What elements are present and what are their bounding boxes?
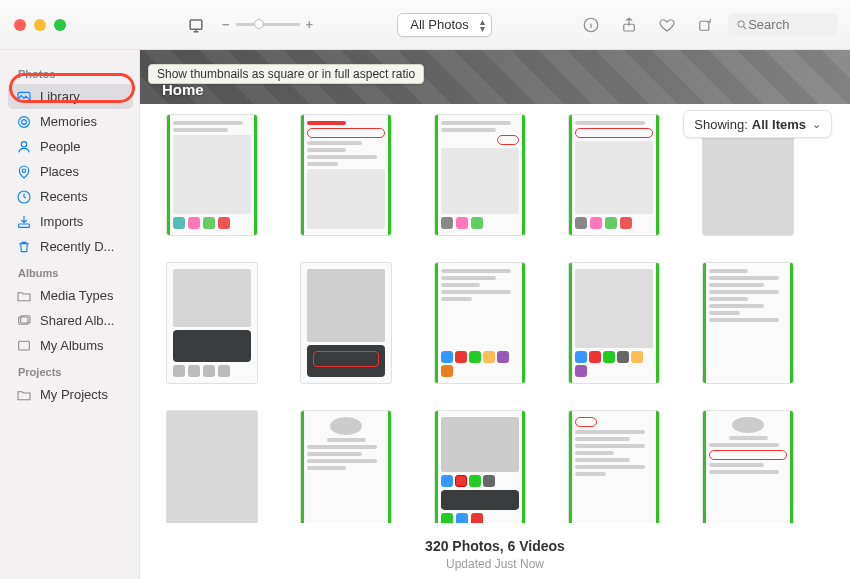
sidebar: Photos Library Memories People Places Re… [0,50,140,579]
photo-thumbnail[interactable] [568,262,660,384]
fullscreen-window-button[interactable] [54,19,66,31]
zoom-out-icon[interactable]: − [222,17,230,32]
chevron-right-icon[interactable]: 〉 [8,388,14,402]
sidebar-item-media-types[interactable]: 〉 Media Types [8,283,133,308]
sidebar-item-recents[interactable]: Recents [8,184,133,209]
aspect-ratio-button[interactable] [182,14,210,36]
svg-point-7 [19,116,30,127]
svg-rect-11 [19,224,30,227]
window-controls [14,19,66,31]
rotate-button[interactable] [690,13,720,37]
aspect-ratio-tooltip: Show thumbnails as square or in full asp… [148,64,424,84]
close-window-button[interactable] [14,19,26,31]
photo-thumbnail[interactable] [434,262,526,384]
sidebar-item-library[interactable]: Library [8,84,133,109]
svg-point-4 [738,20,744,26]
recents-icon [16,189,32,205]
chevron-right-icon[interactable]: 〉 [8,339,14,353]
sidebar-item-label: My Projects [40,387,108,402]
library-icon [16,89,32,105]
filter-prefix: Showing: [694,117,747,132]
sidebar-item-label: Library [40,89,80,104]
sidebar-item-imports[interactable]: Imports [8,209,133,234]
sidebar-item-my-projects[interactable]: 〉 My Projects [8,382,133,407]
sidebar-item-label: Shared Alb... [40,313,114,328]
folder-icon [16,288,32,304]
sidebar-item-people[interactable]: People [8,134,133,159]
svg-rect-0 [190,20,202,29]
sidebar-item-label: Imports [40,214,83,229]
photo-thumbnail[interactable] [166,114,258,236]
album-icon [16,338,32,354]
sidebar-item-label: My Albums [40,338,104,353]
sidebar-item-memories[interactable]: Memories [8,109,133,134]
updown-chevron-icon: ▴▾ [480,18,485,32]
zoom-thumb[interactable] [254,19,264,29]
photo-thumbnail[interactable] [568,114,660,236]
sidebar-item-label: People [40,139,80,154]
sidebar-item-label: Places [40,164,79,179]
zoom-slider[interactable]: − + [222,17,313,32]
sidebar-item-label: Memories [40,114,97,129]
photo-thumbnail[interactable] [166,410,258,523]
svg-point-6 [22,119,27,124]
shared-album-icon [16,313,32,329]
share-button[interactable] [614,13,644,37]
photo-thumbnail[interactable] [300,262,392,384]
filter-value: All Items [752,117,806,132]
sidebar-item-label: Recents [40,189,88,204]
svg-point-8 [21,141,26,146]
filter-chip[interactable]: Showing: All Items ⌄ [683,110,832,138]
view-popup-label: All Photos [410,17,469,32]
window-titlebar: − + All Photos ▴▾ [0,0,850,50]
memories-icon [16,114,32,130]
photo-thumbnail[interactable] [300,410,392,523]
sidebar-item-places[interactable]: Places [8,159,133,184]
thumbnail-grid-container[interactable] [140,108,850,523]
photo-thumbnail[interactable] [166,262,258,384]
search-icon [736,18,748,32]
view-popup[interactable]: All Photos ▴▾ [397,13,492,37]
sidebar-item-label: Media Types [40,288,113,303]
places-icon [16,164,32,180]
svg-point-9 [22,169,25,172]
library-footer: 320 Photos, 6 Videos Updated Just Now [140,538,850,571]
thumbnail-grid [166,114,830,523]
section-photos: Photos [18,68,133,80]
search-field[interactable] [728,13,838,37]
sidebar-item-shared-albums[interactable]: 〉 Shared Alb... [8,308,133,333]
section-albums: Albums [18,267,133,279]
people-icon [16,139,32,155]
sidebar-item-label: Recently D... [40,239,114,254]
chevron-right-icon[interactable]: 〉 [8,314,14,328]
photo-thumbnail[interactable] [702,262,794,384]
sidebar-item-my-albums[interactable]: 〉 My Albums [8,333,133,358]
search-input[interactable] [748,17,830,32]
item-count: 320 Photos, 6 Videos [140,538,850,554]
chevron-right-icon[interactable]: 〉 [8,289,14,303]
section-projects: Projects [18,366,133,378]
updated-status: Updated Just Now [140,557,850,571]
favorite-button[interactable] [652,13,682,37]
info-button[interactable] [576,13,606,37]
content-area: Home Showing: All Items ⌄ [140,50,850,579]
photo-thumbnail[interactable] [702,410,794,523]
minimize-window-button[interactable] [34,19,46,31]
trash-icon [16,239,32,255]
photo-thumbnail[interactable] [434,410,526,523]
photo-thumbnail[interactable] [434,114,526,236]
imports-icon [16,214,32,230]
zoom-track[interactable] [236,23,300,26]
zoom-in-icon[interactable]: + [306,17,314,32]
folder-icon [16,387,32,403]
chevron-down-icon: ⌄ [812,118,821,131]
svg-rect-14 [19,341,30,350]
photo-thumbnail[interactable] [568,410,660,523]
photo-thumbnail[interactable] [300,114,392,236]
sidebar-item-recently-deleted[interactable]: Recently D... [8,234,133,259]
